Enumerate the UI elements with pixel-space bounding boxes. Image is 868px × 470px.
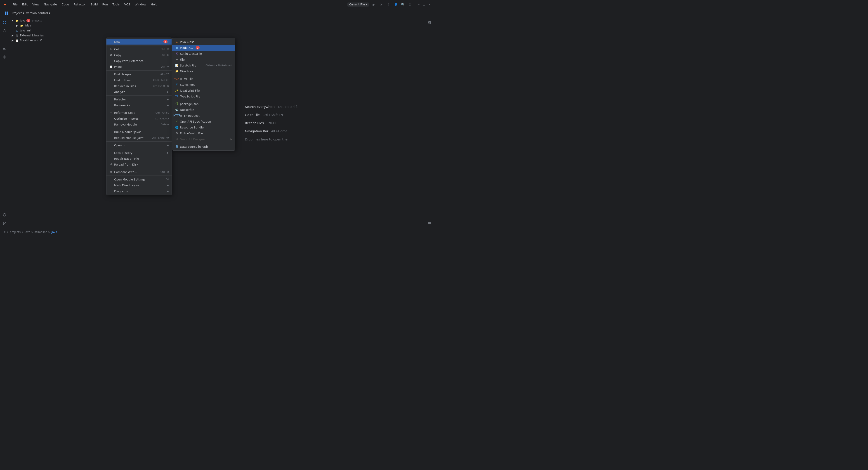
maximize-button[interactable]: □ xyxy=(422,3,426,6)
menu-item-paste[interactable]: 📋 Paste Ctrl+V xyxy=(106,64,172,70)
tree-label-iml: java.iml xyxy=(20,29,31,32)
account-icon[interactable]: 👤 xyxy=(393,2,398,7)
sidebar-right-db[interactable] xyxy=(426,219,433,227)
menu-item-bookmarks[interactable]: Bookmarks ▶ xyxy=(106,102,172,108)
current-file-button[interactable]: Current File ▾ xyxy=(347,2,369,6)
sidebar-right-notifications[interactable] xyxy=(426,19,433,26)
submenu-js[interactable]: JS JavaScript File xyxy=(172,88,235,93)
submenu-scratch-file[interactable]: 📝 Scratch File Ctrl+Alt+Shift+Insert xyxy=(172,62,235,68)
submenu-html[interactable]: </> HTML File xyxy=(172,76,235,82)
close-button[interactable]: × xyxy=(428,3,431,6)
sidebar-icon-notifications[interactable]: i xyxy=(1,211,8,219)
menu-item-diagrams[interactable]: Diagrams ▶ xyxy=(106,188,172,194)
menu-item-compare[interactable]: ⇔ Compare With... Ctrl+D xyxy=(106,169,172,175)
java-class-icon: ☕ xyxy=(175,40,179,43)
tree-item-java[interactable]: ▾ 📁 java 1 projects xyxy=(9,18,72,23)
project-panel-toggle[interactable] xyxy=(3,9,10,17)
drop-text: Drop files here to open them xyxy=(245,138,290,141)
tree-item-idea[interactable]: ▶ 📁 .idea xyxy=(9,23,72,28)
tree-item-javaiml[interactable]: ◻ java.iml xyxy=(9,28,72,33)
menu-item-mark-directory[interactable]: Mark Directory as ▶ xyxy=(106,182,172,188)
menu-file[interactable]: File xyxy=(11,2,20,6)
java-class-label: Java Class xyxy=(180,40,194,43)
menu-edit[interactable]: Edit xyxy=(20,2,30,6)
submenu-sep-3 xyxy=(172,143,235,143)
shortcut-recent: Recent Files Ctrl+E xyxy=(245,121,277,125)
version-control-label[interactable]: Version control ▾ xyxy=(26,11,51,15)
analyze-icon xyxy=(109,90,113,94)
submenu-css[interactable]: # Stylesheet xyxy=(172,82,235,88)
submenu-ts[interactable]: TS TypeScript File xyxy=(172,93,235,99)
search-icon[interactable]: 🔍 xyxy=(401,2,405,7)
menu-item-repair-ide[interactable]: Repair IDE on File xyxy=(106,156,172,161)
menu-item-reformat[interactable]: ≡ Reformat Code Ctrl+Alt+L xyxy=(106,110,172,116)
menu-view[interactable]: View xyxy=(31,2,41,6)
directory-icon: 📁 xyxy=(175,69,179,73)
module-settings-icon xyxy=(109,178,113,181)
titlebar: ♦ File Edit View Navigate Code Refactor … xyxy=(0,0,434,9)
menu-item-copy[interactable]: ⧉ Copy Ctrl+C xyxy=(106,52,172,58)
swing-label: Swing UI Designer xyxy=(180,138,206,141)
menu-build[interactable]: Build xyxy=(89,2,100,6)
menu-item-remove-module[interactable]: Remove Module Delete xyxy=(106,121,172,127)
menu-tools[interactable]: Tools xyxy=(111,2,122,6)
menu-item-local-history[interactable]: Local History ▶ xyxy=(106,150,172,156)
menu-window[interactable]: Window xyxy=(133,2,148,6)
settings-icon[interactable]: ⚙ xyxy=(408,2,412,7)
sidebar-icon-project[interactable] xyxy=(1,19,8,26)
run-button[interactable]: ▶ xyxy=(372,2,376,7)
submenu-java-class[interactable]: ☕ Java Class xyxy=(172,39,235,45)
minimize-button[interactable]: ─ xyxy=(417,3,421,6)
html-icon: </> xyxy=(175,77,179,81)
submenu-file[interactable]: ≡ File xyxy=(172,57,235,62)
menu-item-module-settings[interactable]: Open Module Settings F4 xyxy=(106,176,172,182)
submenu-module[interactable]: ◼ Module... 3 xyxy=(172,45,235,51)
menu-item-find-usages[interactable]: Find Usages Alt+F7 xyxy=(106,71,172,77)
submenu-kotlin-class[interactable]: K Kotlin Class/File xyxy=(172,51,235,57)
submenu-directory[interactable]: 📁 Directory xyxy=(172,68,235,74)
sidebar-icon-git[interactable] xyxy=(1,219,8,227)
menu-refactor[interactable]: Refactor xyxy=(72,2,88,6)
submenu-sep-1 xyxy=(172,75,235,75)
sidebar-icon-plugins[interactable] xyxy=(1,45,8,53)
scratch-label: Scratch File xyxy=(180,64,196,67)
breadcrumb-sep2: > xyxy=(22,231,24,234)
submenu-package-json[interactable]: {} package.json xyxy=(172,101,235,107)
menu-item-copy-path[interactable]: Copy Path/Reference... xyxy=(106,58,172,64)
menu-help[interactable]: Help xyxy=(149,2,159,6)
sidebar-icon-structure[interactable] xyxy=(1,27,8,34)
submenu-openapi[interactable]: ✓ OpenAPI Specification xyxy=(172,119,235,124)
menu-item-refactor[interactable]: Refactor ▶ xyxy=(106,96,172,102)
submenu-resource-bundle[interactable]: 🌐 Resource Bundle xyxy=(172,124,235,130)
tree-item-external-libs[interactable]: ▶ 🗄 External Libraries xyxy=(9,33,72,38)
app-logo: ♦ xyxy=(3,2,7,7)
html-label: HTML File xyxy=(180,77,193,81)
menu-item-cut[interactable]: ✂ Cut Ctrl+X xyxy=(106,46,172,52)
menu-code[interactable]: Code xyxy=(60,2,71,6)
sidebar-icon-more[interactable]: ⋯ xyxy=(1,37,8,44)
submenu-datasource[interactable]: 🗄 Data Source in Path xyxy=(172,144,235,149)
sidebar-icon-ai[interactable] xyxy=(1,53,8,61)
tree-item-scratches[interactable]: ▶ 📋 Scratches and C xyxy=(9,38,72,43)
menu-item-replace[interactable]: Replace in Files... Ctrl+Shift+R xyxy=(106,83,172,89)
kotlin-icon: K xyxy=(175,52,179,55)
menu-item-rebuild-module[interactable]: Rebuild Module 'java' Ctrl+Shift+F9 xyxy=(106,135,172,141)
more-actions-icon[interactable]: ⋮ xyxy=(386,2,391,7)
menu-run[interactable]: Run xyxy=(101,2,110,6)
debug-button[interactable]: ⟳ xyxy=(379,2,383,7)
submenu-dockerfile[interactable]: 🐋 Dockerfile xyxy=(172,107,235,113)
menu-vcs[interactable]: VCS xyxy=(123,2,132,6)
project-label[interactable]: Project ▾ xyxy=(12,11,24,15)
submenu-editorconfig[interactable]: ⚙ EditorConfig File xyxy=(172,130,235,136)
main-content: Search Everywhere Double Shift Go to Fil… xyxy=(72,17,425,229)
menu-item-optimize[interactable]: Optimize Imports Ctrl+Alt+O xyxy=(106,116,172,121)
menu-item-new[interactable]: New 2 ▶ xyxy=(106,39,172,45)
menu-item-open-in[interactable]: Open In ▶ xyxy=(106,142,172,148)
paste-icon: 📋 xyxy=(109,65,113,68)
menu-item-find-files[interactable]: Find in Files... Ctrl+Shift+F xyxy=(106,77,172,83)
submenu-http-request[interactable]: HTTP HTTP Request xyxy=(172,113,235,119)
menu-item-reload-disk[interactable]: ↺ Reload from Disk xyxy=(106,161,172,167)
menu-item-build-module[interactable]: Build Module 'java' xyxy=(106,129,172,135)
menu-item-analyze[interactable]: Analyze ▶ xyxy=(106,89,172,95)
menu-navigate[interactable]: Navigate xyxy=(42,2,59,6)
